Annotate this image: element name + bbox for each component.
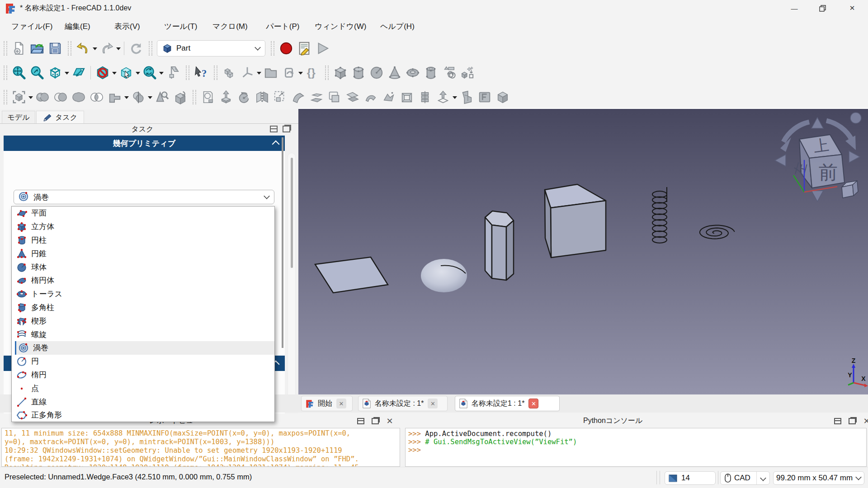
b-connect-dropdown[interactable] <box>124 88 129 106</box>
file-new-button[interactable] <box>10 39 28 57</box>
clip-button[interactable] <box>94 64 112 82</box>
panel-scrollbar[interactable] <box>288 153 296 413</box>
refresh-button[interactable] <box>127 39 145 57</box>
folder-button[interactable] <box>262 64 280 82</box>
mdi-tab-close-0[interactable]: ✕ <box>336 399 346 408</box>
navcube-mini-cube[interactable] <box>842 181 858 198</box>
mdi-tab-close-1[interactable]: ✕ <box>428 399 438 408</box>
mdi-tab-0[interactable]: 開始✕ <box>301 396 353 411</box>
sync-view-dropdown[interactable] <box>159 64 164 82</box>
x-mirror-button[interactable] <box>253 88 271 106</box>
caliper-button[interactable] <box>164 64 182 82</box>
menu-item-7[interactable]: ヘルプ(H) <box>376 20 419 33</box>
console-dock-icon[interactable] <box>834 418 841 424</box>
primitive-item-wedge[interactable]: 楔形 <box>12 314 274 328</box>
p-box-button[interactable] <box>331 64 349 82</box>
dropdown-scrollbar[interactable] <box>282 137 283 348</box>
workbench-selector[interactable]: Part <box>157 40 265 56</box>
tripod-dropdown[interactable] <box>256 64 262 82</box>
dimension-chevron[interactable] <box>855 474 862 480</box>
p-cone-button[interactable] <box>386 64 404 82</box>
primitive-item-polygon[interactable]: 正多角形 <box>12 408 274 422</box>
x-2d-button[interactable] <box>199 88 217 106</box>
x-offset2d-button[interactable] <box>326 88 344 106</box>
minimize-button[interactable]: — <box>784 0 805 16</box>
menu-item-1[interactable]: 編集(E) <box>60 20 95 33</box>
b-common-button[interactable] <box>88 88 106 106</box>
tab-tasks[interactable]: タスク <box>36 111 84 124</box>
primitive-item-prism[interactable]: 多角柱 <box>12 301 274 314</box>
tripod-button[interactable] <box>238 64 256 82</box>
primitive-item-plane[interactable]: 平面 <box>12 206 274 220</box>
report-float-icon[interactable] <box>372 418 379 424</box>
menu-item-5[interactable]: パート(P) <box>261 20 304 33</box>
macro-play-button[interactable] <box>313 39 331 57</box>
steps-button[interactable] <box>220 64 238 82</box>
p-tube-button[interactable] <box>422 64 440 82</box>
whats-this-button[interactable]: ? <box>192 64 210 82</box>
fit-all-button[interactable] <box>10 64 28 82</box>
x-extrude-button[interactable] <box>217 88 235 106</box>
helix-object[interactable] <box>652 187 667 243</box>
x-spiky-button[interactable] <box>380 88 398 106</box>
primitive-item-point[interactable]: 点 <box>12 381 274 395</box>
undo-button[interactable] <box>74 39 92 57</box>
axo-cube-button[interactable] <box>46 64 64 82</box>
axo-cube-dropdown[interactable] <box>64 64 70 82</box>
menu-item-2[interactable]: 表示(V) <box>110 20 145 33</box>
defeature-button[interactable] <box>171 88 189 106</box>
menu-item-0[interactable]: ファイル(F) <box>7 20 57 33</box>
braces-button[interactable]: {} <box>303 64 321 82</box>
zoom-sel-button[interactable] <box>28 64 46 82</box>
b-compound-dropdown[interactable] <box>28 88 33 106</box>
section-header-primitives[interactable]: 幾何プリミティブ <box>4 136 285 151</box>
x-shell-button[interactable] <box>458 88 476 106</box>
b-union-button[interactable] <box>70 88 88 106</box>
prism-object[interactable] <box>485 211 514 280</box>
b-compound-button[interactable] <box>10 88 28 106</box>
b-split-button[interactable] <box>129 88 147 106</box>
mdi-tab-2[interactable]: 名称未設定1 : 1*✕ <box>455 396 560 411</box>
report-log[interactable]: 11, 11 minimum size: 654x888 MINMAXINFO(… <box>1 428 400 467</box>
p-prims-button[interactable] <box>440 64 458 82</box>
primitive-item-cylinder[interactable]: 円柱 <box>12 234 274 247</box>
macro-edit-button[interactable] <box>295 39 313 57</box>
check-geom-button[interactable] <box>153 88 171 106</box>
dock-button[interactable] <box>270 126 278 132</box>
x-revolve-button[interactable] <box>235 88 253 106</box>
x-secup-dropdown[interactable] <box>452 88 458 106</box>
primitive-item-helix[interactable]: 螺旋 <box>12 328 274 341</box>
primitive-item-circle[interactable]: 円 <box>12 355 274 368</box>
x-scale-button[interactable] <box>271 88 289 106</box>
primitive-item-box[interactable]: 立方体 <box>12 220 274 234</box>
b-connect-button[interactable] <box>106 88 124 106</box>
p-builder-button[interactable] <box>458 64 476 82</box>
mdi-tab-close-2[interactable]: ✕ <box>528 399 538 408</box>
primitive-item-torus[interactable]: トーラス <box>12 287 274 301</box>
3d-viewport[interactable]: 上 前 左 Z <box>298 108 868 394</box>
sync-view-button[interactable] <box>141 64 159 82</box>
box-select-button[interactable] <box>117 64 135 82</box>
primitive-item-cone[interactable]: 円錐 <box>12 247 274 260</box>
x-offset3d-button[interactable] <box>344 88 362 106</box>
menu-item-4[interactable]: マクロ(M) <box>208 20 252 33</box>
p-sphere-button[interactable] <box>368 64 386 82</box>
plane-object[interactable] <box>315 257 388 293</box>
x-crosssec-button[interactable] <box>416 88 434 106</box>
close-button[interactable]: ✕ <box>842 0 863 16</box>
navigation-cube[interactable]: 上 前 左 <box>775 113 861 202</box>
mdi-tab-1[interactable]: 名称未設定 : 1*✕ <box>358 396 448 411</box>
x-loft-button[interactable] <box>307 88 326 106</box>
redo-button[interactable] <box>98 39 116 57</box>
primitive-item-ellipsoid[interactable]: 楕円体 <box>12 274 274 287</box>
p-cylinder-button[interactable] <box>349 64 368 82</box>
b-fuse-button[interactable] <box>33 88 52 106</box>
b-split-dropdown[interactable] <box>147 88 153 106</box>
box-select-dropdown[interactable] <box>135 64 141 82</box>
console-float-icon[interactable] <box>849 418 856 424</box>
x-secup-button[interactable] <box>434 88 452 106</box>
float-button[interactable] <box>283 126 290 132</box>
cube-object[interactable] <box>545 184 606 258</box>
spiral-object[interactable] <box>700 225 735 239</box>
p-torus-button[interactable] <box>404 64 422 82</box>
